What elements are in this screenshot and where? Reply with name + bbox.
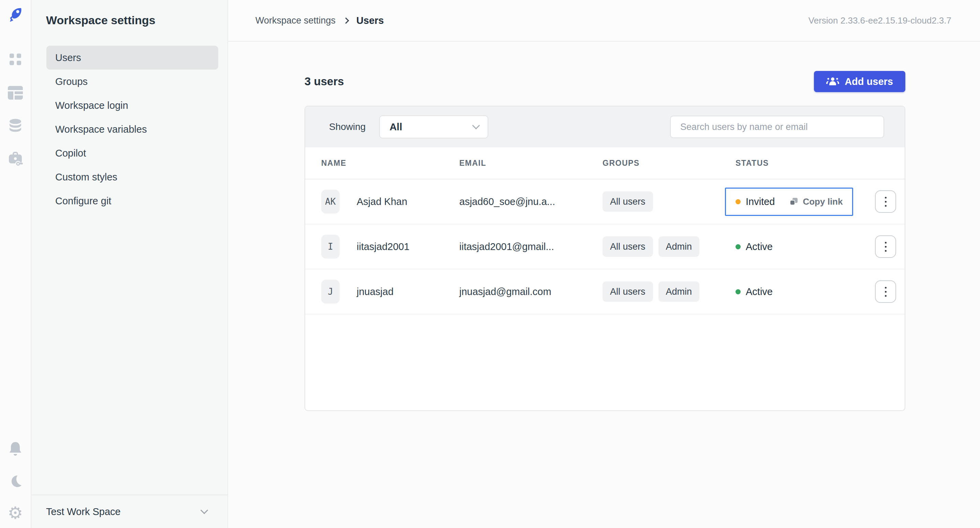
- row-menu-cell: [875, 281, 896, 303]
- settings-gear-icon[interactable]: ⚙: [6, 504, 24, 522]
- sidebar-item-users[interactable]: Users: [46, 46, 218, 70]
- status-filter-value: All: [390, 121, 402, 133]
- kebab-dot: [885, 197, 886, 198]
- kebab-dot: [885, 246, 886, 247]
- status-box: InvitedCopy link: [725, 188, 853, 216]
- copy-link-button[interactable]: Copy link: [789, 196, 843, 207]
- add-users-button[interactable]: Add users: [814, 71, 905, 92]
- kebab-dot: [885, 242, 886, 244]
- user-groups: All usersAdmin: [603, 236, 735, 257]
- user-name-cell: Iiitasjad2001: [321, 234, 459, 258]
- sidebar-item-custom-styles[interactable]: Custom styles: [46, 165, 218, 189]
- user-name: Asjad Khan: [357, 196, 407, 207]
- user-name-cell: Jjnuasjad: [321, 280, 459, 303]
- workspace-settings-page: ⚙ Workspace settings UsersGroupsWorkspac…: [0, 0, 980, 528]
- sidebar-item-groups[interactable]: Groups: [46, 70, 218, 94]
- column-header-groups: GROUPS: [603, 159, 735, 168]
- status-label: Invited: [746, 196, 775, 207]
- packages-icon[interactable]: [6, 84, 24, 102]
- apps-grid-icon[interactable]: [6, 51, 24, 68]
- datasources-icon[interactable]: [6, 117, 24, 135]
- sidebar-item-configure-git[interactable]: Configure git: [46, 189, 218, 213]
- table-row: Jjnuasjadjnuasjad@gmail.comAll usersAdmi…: [305, 270, 905, 314]
- rocket-icon: [7, 7, 24, 23]
- avatar: I: [321, 234, 340, 258]
- table-row: Iiitasjad2001iitasjad2001@gmail...All us…: [305, 225, 905, 270]
- briefcase-key-icon: [7, 151, 24, 167]
- sidebar-item-workspace-variables[interactable]: Workspace variables: [46, 117, 218, 141]
- user-count-heading: 3 users: [304, 75, 344, 88]
- sidebar-item-copilot[interactable]: Copilot: [46, 141, 218, 165]
- status-dot-icon: [735, 199, 741, 204]
- rocket-logo-icon[interactable]: [6, 6, 24, 24]
- row-menu-button[interactable]: [875, 190, 896, 213]
- status-label: Active: [746, 241, 773, 252]
- row-menu-button[interactable]: [875, 281, 896, 303]
- workflows-icon[interactable]: [6, 150, 24, 168]
- user-email: iitasjad2001@gmail...: [459, 241, 603, 252]
- bell-icon: [8, 441, 22, 456]
- users-table-body: AKAsjad Khanasjad60_soe@jnu.a...All user…: [305, 179, 905, 314]
- user-status-cell: Active: [735, 278, 858, 306]
- breadcrumb: Workspace settings Users: [255, 15, 384, 26]
- column-header-email: EMAIL: [459, 159, 603, 168]
- dark-mode-moon-icon[interactable]: [6, 473, 24, 490]
- copy-link-label: Copy link: [803, 196, 843, 207]
- search-users-input[interactable]: [670, 116, 884, 138]
- sidebar-title: Workspace settings: [46, 14, 156, 27]
- main-content: Workspace settings Users Version 2.33.6-…: [228, 0, 980, 528]
- database-icon: [8, 119, 23, 134]
- kebab-dot: [885, 205, 886, 207]
- user-name-cell: AKAsjad Khan: [321, 190, 459, 214]
- table-header: NAME EMAIL GROUPS STATUS: [305, 147, 905, 179]
- column-header-name: NAME: [321, 159, 459, 168]
- avatar: AK: [321, 190, 340, 214]
- user-status-cell: Active: [735, 233, 858, 261]
- user-name: iitasjad2001: [357, 241, 409, 252]
- breadcrumb-parent-link[interactable]: Workspace settings: [255, 15, 336, 26]
- main-header: Workspace settings Users Version 2.33.6-…: [228, 0, 980, 41]
- kebab-dot: [885, 291, 886, 293]
- sidebar-item-workspace-login[interactable]: Workspace login: [46, 94, 218, 117]
- kebab-dot: [885, 295, 886, 297]
- kebab-dot: [885, 287, 886, 289]
- status-filter-dropdown[interactable]: All: [379, 115, 488, 139]
- workspace-name: Test Work Space: [46, 506, 121, 517]
- breadcrumb-current: Users: [356, 15, 384, 26]
- status-label: Active: [746, 286, 773, 297]
- workspace-switcher[interactable]: Test Work Space: [31, 495, 228, 528]
- notifications-bell-icon[interactable]: [6, 440, 24, 458]
- grid-icon: [8, 53, 22, 66]
- group-chip: Admin: [659, 281, 700, 302]
- sidebar-menu: UsersGroupsWorkspace loginWorkspace vari…: [46, 46, 218, 213]
- user-name: jnuasjad: [357, 286, 393, 297]
- group-chip: All users: [603, 281, 653, 302]
- status-box: Active: [725, 278, 783, 306]
- showing-label: Showing: [329, 121, 366, 132]
- filter-bar: Showing All: [305, 107, 905, 147]
- status-box: Active: [725, 233, 783, 261]
- settings-sidebar: Workspace settings UsersGroupsWorkspace …: [31, 0, 228, 528]
- users-card: Showing All NAME EMAIL GROUPS STATUS AKA…: [304, 106, 905, 411]
- avatar: J: [321, 280, 340, 303]
- user-group-icon: [826, 77, 839, 87]
- chevron-down-icon: [472, 122, 480, 129]
- table-row: AKAsjad Khanasjad60_soe@jnu.a...All user…: [305, 179, 905, 225]
- chevron-right-icon: [343, 18, 349, 24]
- row-menu-cell: [875, 190, 896, 213]
- left-icon-rail: ⚙: [0, 0, 31, 528]
- add-users-label: Add users: [845, 76, 893, 87]
- group-chip: All users: [603, 236, 653, 257]
- gear-icon: ⚙: [8, 504, 23, 522]
- status-dot-icon: [735, 244, 741, 249]
- moon-icon: [8, 475, 22, 488]
- chevron-down-icon: [200, 507, 208, 514]
- kebab-dot: [885, 201, 886, 203]
- status-dot-icon: [735, 289, 741, 294]
- group-chip: Admin: [659, 236, 700, 257]
- user-email: jnuasjad@gmail.com: [459, 286, 603, 297]
- row-menu-button[interactable]: [875, 235, 896, 258]
- user-groups: All usersAdmin: [603, 281, 735, 302]
- users-toolbar: 3 users Add users: [304, 71, 905, 92]
- user-status-cell: InvitedCopy link: [735, 188, 858, 216]
